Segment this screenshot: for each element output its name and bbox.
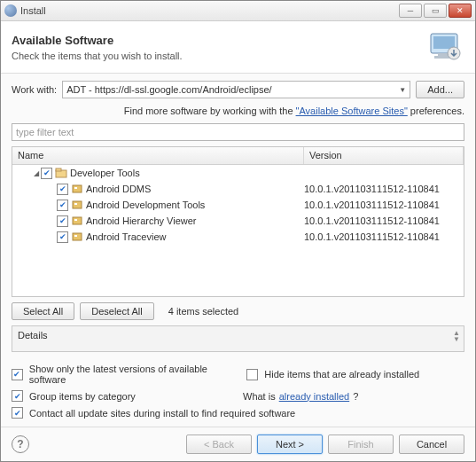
page-subtitle: Check the items that you wish to install… <box>12 51 425 61</box>
sites-hint: Find more software by working with the "… <box>12 102 464 123</box>
back-button[interactable]: < Back <box>186 435 252 454</box>
checkbox-group[interactable]: ✔ <box>12 390 23 402</box>
checkbox[interactable]: ✔ <box>41 168 52 179</box>
details-panel: Details ▲▼ <box>12 325 464 352</box>
window-title: Install <box>20 5 399 16</box>
checkbox[interactable]: ✔ <box>57 215 68 227</box>
svg-rect-8 <box>74 187 77 189</box>
dialog-footer: ? < Back Next > Finish Cancel <box>1 427 475 461</box>
svg-rect-1 <box>433 36 455 49</box>
install-icon <box>425 30 464 64</box>
details-spinner[interactable]: ▲▼ <box>453 330 460 342</box>
selection-count: 4 items selected <box>168 306 238 317</box>
svg-rect-6 <box>56 168 61 171</box>
collapse-icon[interactable]: ◢ <box>32 169 41 177</box>
maximize-button[interactable]: ▭ <box>424 4 447 18</box>
svg-rect-12 <box>74 219 77 221</box>
software-tree: Name Version ◢ ✔ Developer Tools ✔ <box>12 146 464 297</box>
workwith-label: Work with: <box>12 84 57 95</box>
tree-body[interactable]: ◢ ✔ Developer Tools ✔ Android DDMS 10.0.… <box>12 165 464 296</box>
page-title: Available Software <box>12 34 425 47</box>
tree-item[interactable]: ✔ Android DDMS 10.0.1.v201103111512-1108… <box>12 181 464 197</box>
opt-hide-label: Hide items that are already installed <box>264 369 419 380</box>
details-label: Details <box>18 330 48 341</box>
filter-input[interactable]: type filter text <box>12 123 464 141</box>
category-icon <box>55 168 67 178</box>
svg-rect-10 <box>74 203 77 205</box>
tree-item[interactable]: ✔ Android Hierarchy Viewer 10.0.1.v20110… <box>12 213 464 229</box>
svg-rect-14 <box>74 235 77 237</box>
tree-item[interactable]: ✔ Android Development Tools 10.0.1.v2011… <box>12 197 464 213</box>
checkbox-latest[interactable]: ✔ <box>12 369 23 380</box>
feature-icon <box>71 200 83 210</box>
finish-button[interactable]: Finish <box>328 435 394 454</box>
group-label: Developer Tools <box>70 168 304 178</box>
add-button[interactable]: Add... <box>416 81 464 98</box>
workwith-combo[interactable]: ADT - https://dl-ssl.google.com/Android/… <box>62 81 410 98</box>
column-version[interactable]: Version <box>304 147 464 164</box>
chevron-down-icon: ▼ <box>399 86 406 94</box>
checkbox[interactable]: ✔ <box>57 231 68 243</box>
tree-item[interactable]: ✔ Android Traceview 10.0.1.v201103111512… <box>12 229 464 245</box>
minimize-button[interactable]: ─ <box>399 4 422 18</box>
dialog-header: Available Software Check the items that … <box>1 21 475 74</box>
checkbox[interactable]: ✔ <box>57 200 68 211</box>
app-icon <box>4 4 17 17</box>
available-sites-link[interactable]: "Available Software Sites" <box>296 106 408 116</box>
feature-icon <box>71 215 83 226</box>
titlebar[interactable]: Install ─ ▭ ✕ <box>1 1 475 21</box>
checkbox[interactable]: ✔ <box>57 184 68 195</box>
help-button[interactable]: ? <box>12 435 29 453</box>
already-installed-link[interactable]: already installed <box>279 391 350 402</box>
close-button[interactable]: ✕ <box>449 4 472 18</box>
tree-group[interactable]: ◢ ✔ Developer Tools <box>12 165 464 181</box>
opt-group-label: Group items by category <box>29 391 136 402</box>
checkbox-contact[interactable]: ✔ <box>12 407 23 419</box>
feature-icon <box>71 184 83 194</box>
install-dialog: Install ─ ▭ ✕ Available Software Check t… <box>0 0 476 462</box>
next-button[interactable]: Next > <box>257 435 323 454</box>
opt-latest-label: Show only the latest versions of availab… <box>29 364 244 385</box>
workwith-value: ADT - https://dl-ssl.google.com/Android/… <box>66 84 272 95</box>
column-name[interactable]: Name <box>12 147 304 164</box>
select-all-button[interactable]: Select All <box>12 302 74 320</box>
opt-contact-label: Contact all update sites during install … <box>29 408 295 419</box>
feature-icon <box>71 231 83 242</box>
deselect-all-button[interactable]: Deselect All <box>80 302 153 320</box>
cancel-button[interactable]: Cancel <box>399 435 464 454</box>
checkbox-hide-installed[interactable] <box>246 369 258 380</box>
